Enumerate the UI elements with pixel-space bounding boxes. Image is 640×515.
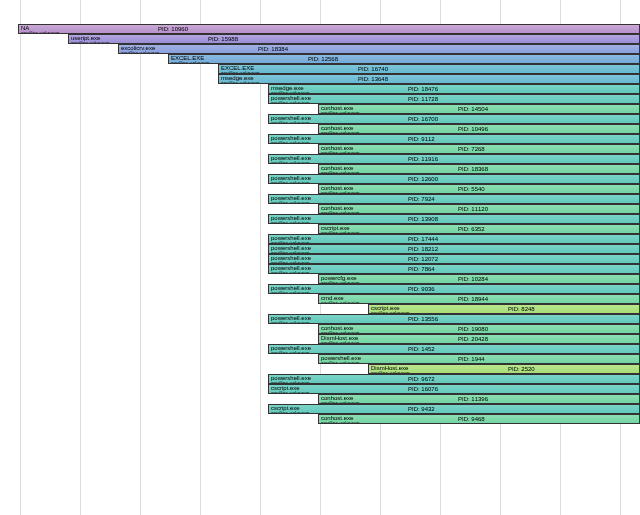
pid-label: PID: 11916 xyxy=(408,154,438,164)
pid-label: PID: 7924 xyxy=(408,194,435,204)
pid-label: PID: 9672 xyxy=(408,374,435,384)
process-bar[interactable]: powershell.execmdline unknown xyxy=(268,114,640,124)
pid-label: PID: 1944 xyxy=(458,354,485,364)
pid-label: PID: 8248 xyxy=(508,304,535,314)
process-bar[interactable]: powershell.execmdline unknown xyxy=(268,374,640,384)
process-bar[interactable]: powershell.execmdline unknown xyxy=(268,94,640,104)
pid-label: PID: 17444 xyxy=(408,234,438,244)
process-bar[interactable]: EXCEL.EXEcmdline unknown xyxy=(218,64,640,74)
pid-label: PID: 11120 xyxy=(458,204,488,214)
process-bar[interactable]: NAcmdline unknown xyxy=(18,24,640,34)
pid-label: PID: 20428 xyxy=(458,334,488,344)
pid-label: PID: 7268 xyxy=(458,144,485,154)
pid-label: PID: 9468 xyxy=(458,414,485,424)
pid-label: PID: 1452 xyxy=(408,344,435,354)
process-bar[interactable]: powershell.execmdline unknown xyxy=(268,344,640,354)
pid-label: PID: 12600 xyxy=(408,174,438,184)
process-bar[interactable]: powershell.execmdline unknown xyxy=(268,234,640,244)
pid-label: PID: 2520 xyxy=(508,364,535,374)
pid-label: PID: 13908 xyxy=(408,214,438,224)
process-bar[interactable]: powershell.execmdline unknown xyxy=(268,194,640,204)
pid-label: PID: 6352 xyxy=(458,224,485,234)
pid-label: PID: 11728 xyxy=(408,94,438,104)
pid-label: PID: 18476 xyxy=(408,84,438,94)
process-bar[interactable]: useript.execmdline unknown xyxy=(68,34,640,44)
pid-label: PID: 13648 xyxy=(358,74,388,84)
process-bar[interactable]: cscript.execmdline unknown xyxy=(268,384,640,394)
pid-label: PID: 18944 xyxy=(458,294,488,304)
grid-line xyxy=(140,0,141,515)
pid-label: PID: 9112 xyxy=(408,134,435,144)
process-bar[interactable]: EXCEL.EXEcmdline unknown xyxy=(168,54,640,64)
pid-label: PID: 18384 xyxy=(258,44,288,54)
pid-label: PID: 10960 xyxy=(158,24,188,34)
pid-label: PID: 18212 xyxy=(408,244,438,254)
pid-label: PID: 9036 xyxy=(408,284,435,294)
pid-label: PID: 16740 xyxy=(358,64,388,74)
pid-label: PID: 15988 xyxy=(208,34,238,44)
pid-label: PID: 12568 xyxy=(308,54,338,64)
process-bar[interactable]: cscript.execmdline unknown xyxy=(368,304,640,314)
process-bar[interactable]: msedge.execmdline unknown xyxy=(218,74,640,84)
pid-label: PID: 14504 xyxy=(458,104,488,114)
grid-line xyxy=(20,0,21,515)
pid-label: PID: 9432 xyxy=(408,404,435,414)
pid-label: PID: 13556 xyxy=(408,314,438,324)
process-bar[interactable]: powershell.execmdline unknown xyxy=(268,244,640,254)
process-bar[interactable]: excolicrv.execmdline unknown xyxy=(118,44,640,54)
pid-label: PID: 16076 xyxy=(408,384,438,394)
process-bar[interactable]: powershell.execmdline unknown xyxy=(268,264,640,274)
process-bar[interactable]: powershell.execmdline unknown xyxy=(268,314,640,324)
process-bar[interactable]: msedge.execmdline unknown xyxy=(268,84,640,94)
process-bar[interactable]: powershell.execmdline unknown xyxy=(268,174,640,184)
pid-label: PID: 10496 xyxy=(458,124,488,134)
pid-label: PID: 11396 xyxy=(458,394,488,404)
pid-label: PID: 16700 xyxy=(408,114,438,124)
process-bar[interactable]: DismHost.execmdline unknown xyxy=(368,364,640,374)
process-bar[interactable]: powershell.execmdline unknown xyxy=(268,214,640,224)
process-bar[interactable]: powershell.execmdline unknown xyxy=(268,284,640,294)
grid-line xyxy=(80,0,81,515)
grid-line xyxy=(200,0,201,515)
pid-label: PID: 7864 xyxy=(408,264,435,274)
pid-label: PID: 5540 xyxy=(458,184,485,194)
pid-label: PID: 18368 xyxy=(458,164,488,174)
process-bar[interactable]: powershell.execmdline unknown xyxy=(268,154,640,164)
pid-label: PID: 19080 xyxy=(458,324,488,334)
pid-label: PID: 10284 xyxy=(458,274,488,284)
pid-label: PID: 12072 xyxy=(408,254,438,264)
process-bar[interactable]: powershell.execmdline unknown xyxy=(268,134,640,144)
process-bar[interactable]: powershell.execmdline unknown xyxy=(268,254,640,264)
process-bar[interactable]: cscript.execmdline unknown xyxy=(268,404,640,414)
